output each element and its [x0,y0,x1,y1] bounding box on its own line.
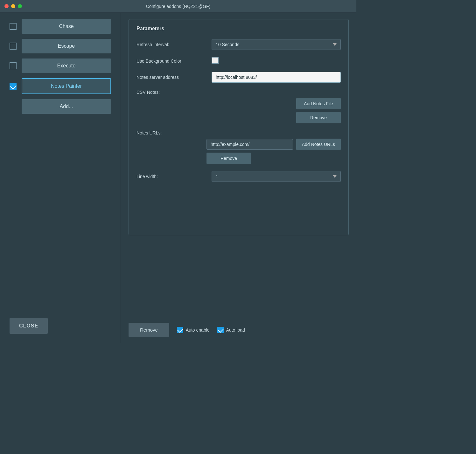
line-width-label: Line width: [136,174,206,179]
sidebar-item-chase: Chase [10,19,111,34]
csv-notes-buttons: Add Notes File Remove [206,98,341,123]
auto-load-checkbox[interactable] [217,327,224,333]
notes-painter-checkbox[interactable] [10,83,17,90]
refresh-interval-select[interactable]: 1 Second 5 Seconds 10 Seconds 30 Seconds… [212,39,341,50]
notes-server-input[interactable] [212,72,341,83]
execute-checkbox[interactable] [10,62,17,69]
add-addon-button[interactable]: Add... [22,99,111,114]
notes-server-label: Notes server address [136,75,206,80]
sidebar-item-notes-painter: Notes Painter [10,78,111,94]
bg-color-checkbox[interactable] [212,57,219,64]
bg-color-control [212,57,341,65]
auto-enable-checkbox[interactable] [177,327,183,333]
close-button[interactable]: CLOSE [10,318,48,334]
auto-load-text: Auto load [226,327,245,333]
refresh-interval-control: 1 Second 5 Seconds 10 Seconds 30 Seconds… [212,39,341,50]
main-layout: Chase Escape Execute Notes Painter Add..… [0,13,356,343]
close-window-button[interactable] [4,4,9,8]
execute-button[interactable]: Execute [22,58,111,73]
url-remove-button[interactable]: Remove [206,153,251,164]
params-title: Parameters [136,26,341,31]
csv-remove-button[interactable]: Remove [296,112,341,123]
sidebar-item-add: Add... [10,99,111,114]
line-width-row: Line width: 1 2 3 4 5 [136,171,341,182]
add-notes-urls-button[interactable]: Add Notes URLs [296,139,341,150]
sidebar-footer: CLOSE [10,318,111,337]
titlebar: Configure addons (NQZ21@GF) [0,0,356,13]
notes-painter-button[interactable]: Notes Painter [22,78,111,94]
line-width-control: 1 2 3 4 5 [212,171,341,182]
window-title: Configure addons (NQZ21@GF) [146,4,211,9]
notes-urls-row: Add Notes URLs [206,139,341,150]
notes-server-row: Notes server address [136,72,341,83]
line-width-select[interactable]: 1 2 3 4 5 [212,171,341,182]
sidebar-item-execute: Execute [10,58,111,73]
chase-button[interactable]: Chase [22,19,111,34]
chase-checkbox[interactable] [10,23,17,30]
notes-urls-section: Notes URLs: Add Notes URLs Remove [136,130,341,164]
bg-color-row: Use Background Color: [136,57,341,65]
minimize-window-button[interactable] [11,4,15,8]
refresh-interval-row: Refresh Interval: 1 Second 5 Seconds 10 … [136,39,341,50]
sidebar-item-escape: Escape [10,39,111,53]
notes-urls-label: Notes URLs: [136,130,206,135]
urls-remove-area: Remove [206,153,341,164]
refresh-interval-label: Refresh Interval: [136,42,206,47]
csv-notes-label: CSV Notes: [136,90,206,95]
window-controls [4,4,22,8]
maximize-window-button[interactable] [18,4,22,8]
escape-checkbox[interactable] [10,43,17,50]
csv-notes-section: CSV Notes: Add Notes File Remove [136,90,341,123]
notes-url-input[interactable] [206,139,293,150]
auto-enable-label[interactable]: Auto enable [177,327,210,333]
escape-button[interactable]: Escape [22,39,111,53]
bg-color-label: Use Background Color: [136,58,206,64]
params-box: Parameters Refresh Interval: 1 Second 5 … [129,19,349,235]
right-panel: Parameters Refresh Interval: 1 Second 5 … [121,13,356,343]
bottom-bar: Remove Auto enable Auto load [129,318,349,337]
auto-load-label[interactable]: Auto load [217,327,245,333]
notes-server-control [212,72,341,83]
remove-addon-button[interactable]: Remove [129,323,169,337]
auto-enable-text: Auto enable [186,327,210,333]
add-notes-file-button[interactable]: Add Notes File [296,98,341,109]
sidebar: Chase Escape Execute Notes Painter Add..… [0,13,121,343]
